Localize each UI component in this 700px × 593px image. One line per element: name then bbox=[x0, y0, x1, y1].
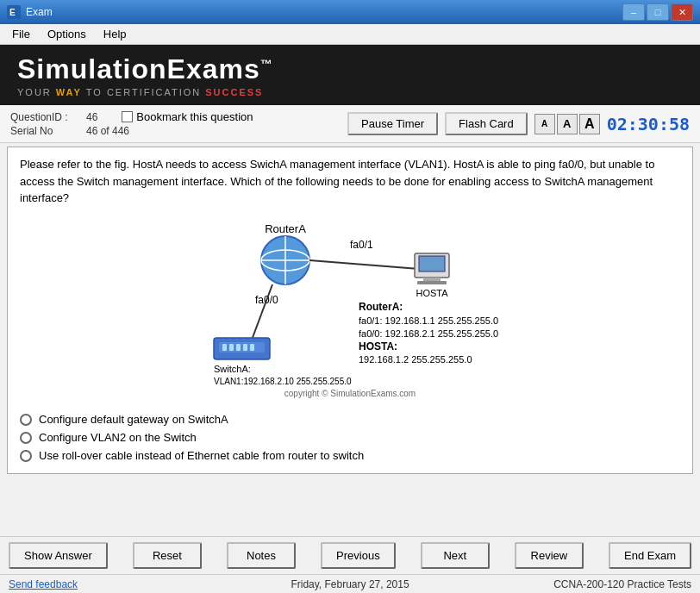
serial-row: Serial No 46 of 446 bbox=[10, 125, 347, 137]
svg-rect-14 bbox=[222, 344, 227, 351]
status-bar: Send feedback Friday, February 27, 2015 … bbox=[0, 574, 700, 593]
router-label: RouterA bbox=[265, 222, 306, 235]
svg-rect-10 bbox=[417, 281, 447, 284]
svg-rect-18 bbox=[250, 344, 254, 351]
bookmark-area[interactable]: Bookmark this question bbox=[122, 110, 253, 123]
hosta-ip: 192.168.1.2 255.255.255.0 bbox=[359, 354, 472, 365]
banner: SimulationExams™ YOUR WAY TO CERTIFICATI… bbox=[0, 45, 700, 105]
question-area: Please refer to the fig. HostA needs to … bbox=[7, 147, 693, 474]
title-bar: E Exam – □ ✕ bbox=[0, 0, 700, 24]
font-small-button[interactable]: A bbox=[534, 114, 555, 134]
status-feedback: Send feedback bbox=[9, 578, 236, 590]
menu-file[interactable]: File bbox=[3, 26, 39, 42]
show-answer-button[interactable]: Show Answer bbox=[9, 542, 108, 569]
router-info-label: RouterA: bbox=[359, 301, 403, 313]
network-diagram: RouterA fa0/1 HOSTA fa0/0 bbox=[20, 217, 680, 398]
svg-line-6 bbox=[309, 260, 419, 269]
option-2[interactable]: Configure VLAN2 on the Switch bbox=[20, 428, 680, 446]
status-product: CCNA-200-120 Practice Tests bbox=[464, 578, 691, 590]
info-bar: QuestionID : 46 Bookmark this question S… bbox=[0, 105, 700, 143]
radio-2[interactable] bbox=[20, 432, 32, 444]
pause-timer-button[interactable]: Pause Timer bbox=[347, 112, 438, 135]
review-button[interactable]: Review bbox=[515, 542, 584, 569]
radio-1[interactable] bbox=[20, 414, 32, 426]
end-exam-button[interactable]: End Exam bbox=[609, 542, 691, 569]
hosta-info-label: HOSTA: bbox=[359, 340, 397, 353]
hosta-label: HOSTA bbox=[416, 288, 448, 298]
option-1[interactable]: Configure default gateway on SwitchA bbox=[20, 410, 680, 428]
svg-rect-17 bbox=[243, 344, 247, 351]
font-large-button[interactable]: A bbox=[579, 114, 600, 134]
bookmark-label: Bookmark this question bbox=[136, 110, 253, 123]
bookmark-checkbox[interactable] bbox=[122, 111, 133, 122]
router-fa00-info: fa0/0: 192.168.2.1 255.255.255.0 bbox=[359, 328, 498, 339]
serial-value: 46 of 446 bbox=[86, 125, 129, 137]
banner-title: SimulationExams™ bbox=[17, 53, 273, 85]
question-id-value: 46 bbox=[86, 111, 97, 123]
svg-rect-15 bbox=[229, 344, 234, 351]
router-fa01-info: fa0/1: 192.168.1.1 255.255.255.0 bbox=[359, 315, 498, 326]
serial-label: Serial No bbox=[10, 125, 79, 137]
reset-button[interactable]: Reset bbox=[133, 542, 202, 569]
info-controls: Pause Timer Flash Card A A A 02:30:58 bbox=[347, 112, 690, 135]
menu-options[interactable]: Options bbox=[39, 26, 95, 42]
svg-text:E: E bbox=[9, 8, 16, 17]
minimize-button[interactable]: – bbox=[622, 3, 645, 21]
banner-subtitle: YOUR WAY TO CERTIFICATION SUCCESS bbox=[17, 87, 263, 97]
app-icon: E bbox=[7, 5, 21, 19]
send-feedback-link[interactable]: Send feedback bbox=[9, 578, 78, 590]
svg-rect-9 bbox=[423, 278, 441, 281]
maximize-button[interactable]: □ bbox=[647, 3, 669, 21]
svg-rect-16 bbox=[236, 344, 241, 351]
question-info: QuestionID : 46 Bookmark this question S… bbox=[10, 109, 347, 139]
previous-button[interactable]: Previous bbox=[321, 542, 396, 569]
svg-rect-8 bbox=[419, 256, 445, 272]
menu-help[interactable]: Help bbox=[95, 26, 135, 42]
switch-label: SwitchA: bbox=[214, 364, 251, 374]
options-area: Configure default gateway on SwitchA Con… bbox=[20, 407, 680, 468]
font-size-controls: A A A bbox=[534, 114, 600, 134]
timer-display: 02:30:58 bbox=[607, 114, 690, 134]
question-text: Please refer to the fig. HostA needs to … bbox=[20, 156, 680, 207]
fa01-label: fa0/1 bbox=[350, 239, 373, 251]
close-button[interactable]: ✕ bbox=[671, 3, 693, 21]
diagram-svg: RouterA fa0/1 HOSTA fa0/0 bbox=[152, 217, 548, 398]
option-3[interactable]: Use roll-over cable instead of Ethernet … bbox=[20, 446, 680, 465]
bottom-bar: Show Answer Reset Notes Previous Next Re… bbox=[0, 536, 700, 574]
font-medium-button[interactable]: A bbox=[557, 114, 578, 134]
option-2-text: Configure VLAN2 on the Switch bbox=[39, 431, 197, 444]
status-date: Friday, February 27, 2015 bbox=[236, 578, 464, 590]
switch-vlan: VLAN1:192.168.2.10 255.255.255.0 bbox=[214, 377, 352, 386]
copyright-text: copyright © SimulationExams.com bbox=[284, 389, 416, 398]
radio-3[interactable] bbox=[20, 450, 32, 462]
window-controls: – □ ✕ bbox=[622, 3, 693, 21]
menu-bar: File Options Help bbox=[0, 24, 700, 45]
option-1-text: Configure default gateway on SwitchA bbox=[39, 413, 228, 426]
question-id-row: QuestionID : 46 Bookmark this question bbox=[10, 110, 347, 123]
question-id-label: QuestionID : bbox=[10, 111, 79, 123]
notes-button[interactable]: Notes bbox=[227, 542, 296, 569]
flash-card-button[interactable]: Flash Card bbox=[445, 112, 528, 135]
option-3-text: Use roll-over cable instead of Ethernet … bbox=[39, 449, 364, 462]
window-title: Exam bbox=[26, 6, 622, 18]
next-button[interactable]: Next bbox=[421, 542, 490, 569]
